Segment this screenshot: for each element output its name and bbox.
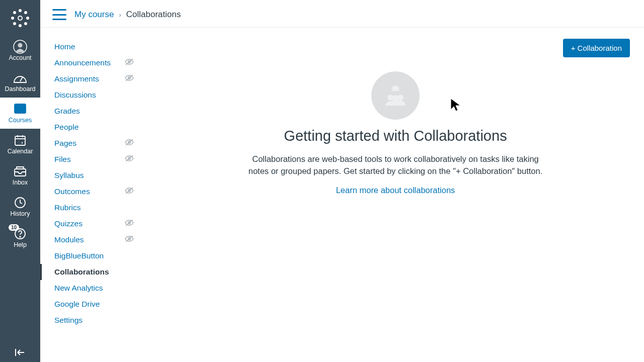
course-nav-item[interactable]: Quizzes bbox=[40, 216, 141, 232]
course-nav-link[interactable]: Home bbox=[54, 42, 75, 51]
course-nav-link[interactable]: Collaborations bbox=[54, 267, 109, 277]
chevron-right-icon: › bbox=[119, 11, 121, 19]
empty-state: Getting started with Collaborations Coll… bbox=[214, 71, 577, 195]
course-nav-link[interactable]: Announcements bbox=[54, 58, 111, 67]
course-nav-link[interactable]: Rubrics bbox=[54, 203, 81, 212]
course-nav-item[interactable]: Settings bbox=[40, 312, 141, 328]
course-nav-link[interactable]: Outcomes bbox=[54, 187, 90, 196]
user-avatar-icon bbox=[13, 39, 27, 54]
course-nav-link[interactable]: Settings bbox=[54, 316, 83, 325]
course-nav-item[interactable]: Files bbox=[40, 151, 141, 167]
breadcrumb-current: Collaborations bbox=[126, 10, 181, 20]
course-nav-link[interactable]: BigBlueButton bbox=[54, 251, 104, 260]
hidden-eye-icon bbox=[125, 58, 134, 67]
calendar-icon bbox=[14, 133, 26, 148]
nav-label: Dashboard bbox=[5, 85, 35, 93]
course-nav-item[interactable]: Discussions bbox=[40, 87, 141, 103]
global-nav-history[interactable]: History bbox=[0, 191, 40, 222]
course-nav-item[interactable]: Collaborations bbox=[40, 264, 141, 280]
nav-label: Calendar bbox=[8, 148, 33, 155]
course-nav-item[interactable]: Home bbox=[40, 39, 141, 55]
action-bar: + Collaboration bbox=[161, 39, 630, 57]
course-nav-link[interactable]: New Analytics bbox=[54, 284, 103, 293]
course-nav-item[interactable]: People bbox=[40, 119, 141, 135]
help-badge: 10 bbox=[9, 224, 19, 231]
course-nav-item[interactable]: Modules bbox=[40, 232, 141, 248]
course-menu-toggle[interactable] bbox=[52, 9, 66, 20]
breadcrumb-row: My course › Collaborations bbox=[40, 0, 644, 28]
svg-point-3 bbox=[26, 17, 29, 20]
course-nav-item[interactable]: Assignments bbox=[40, 71, 141, 87]
svg-point-8 bbox=[18, 16, 22, 20]
nav-label: Courses bbox=[9, 117, 32, 124]
course-nav-link[interactable]: Modules bbox=[54, 235, 84, 244]
svg-point-2 bbox=[11, 17, 14, 20]
course-nav-item[interactable]: Pages bbox=[40, 135, 141, 151]
global-nav-dashboard[interactable]: Dashboard bbox=[0, 66, 40, 98]
svg-point-5 bbox=[24, 11, 27, 14]
global-nav-calendar[interactable]: Calendar bbox=[0, 129, 40, 160]
hidden-eye-icon bbox=[125, 155, 134, 164]
course-nav-link[interactable]: Files bbox=[54, 155, 71, 164]
hidden-eye-icon bbox=[125, 187, 134, 196]
course-nav-item[interactable]: Outcomes bbox=[40, 184, 141, 200]
course-nav-item[interactable]: Announcements bbox=[40, 55, 141, 71]
svg-point-4 bbox=[13, 11, 16, 14]
course-nav-link[interactable]: People bbox=[54, 123, 78, 132]
course-nav-item[interactable]: BigBlueButton bbox=[40, 248, 141, 264]
hidden-eye-icon bbox=[125, 139, 134, 148]
svg-point-7 bbox=[24, 22, 27, 25]
global-nav: Account Dashboard Courses Calendar Inbox… bbox=[0, 0, 40, 362]
nav-label: Account bbox=[9, 54, 31, 61]
collaboration-empty-icon bbox=[371, 71, 420, 120]
collapse-nav-button[interactable] bbox=[0, 345, 40, 360]
course-nav-link[interactable]: Google Drive bbox=[54, 300, 100, 309]
course-nav-link[interactable]: Assignments bbox=[54, 74, 99, 83]
course-nav-link[interactable]: Grades bbox=[54, 107, 80, 116]
course-nav-link[interactable]: Syllabus bbox=[54, 171, 84, 180]
clock-icon bbox=[14, 195, 26, 210]
course-nav-link[interactable]: Pages bbox=[54, 139, 76, 148]
breadcrumb: My course › Collaborations bbox=[74, 10, 181, 20]
course-nav-item[interactable]: Google Drive bbox=[40, 296, 141, 312]
breadcrumb-course-link[interactable]: My course bbox=[74, 10, 114, 20]
main-area: My course › Collaborations HomeAnnouncem… bbox=[40, 0, 644, 362]
empty-body: Collaborations are web-based tools to wo… bbox=[245, 153, 546, 177]
inbox-icon bbox=[14, 164, 27, 179]
course-nav-item[interactable]: New Analytics bbox=[40, 280, 141, 296]
course-nav-link[interactable]: Quizzes bbox=[54, 219, 83, 228]
course-nav: HomeAnnouncementsAssignmentsDiscussionsG… bbox=[40, 28, 141, 362]
help-icon: 10 bbox=[14, 226, 26, 241]
svg-point-1 bbox=[19, 24, 22, 27]
global-nav-inbox[interactable]: Inbox bbox=[0, 160, 40, 191]
svg-rect-28 bbox=[15, 169, 26, 176]
course-nav-item[interactable]: Grades bbox=[40, 103, 141, 119]
hidden-eye-icon bbox=[125, 74, 134, 83]
book-icon bbox=[14, 102, 27, 117]
svg-point-49 bbox=[397, 95, 404, 101]
global-nav-courses[interactable]: Courses bbox=[0, 98, 40, 129]
global-nav-help[interactable]: 10 Help bbox=[0, 222, 40, 253]
learn-more-link[interactable]: Learn more about collaborations bbox=[336, 186, 455, 195]
svg-rect-18 bbox=[15, 136, 25, 145]
dashboard-icon bbox=[13, 70, 27, 85]
hidden-eye-icon bbox=[125, 235, 134, 244]
course-nav-item[interactable]: Syllabus bbox=[40, 167, 141, 184]
course-nav-link[interactable]: Discussions bbox=[54, 90, 96, 100]
hidden-eye-icon bbox=[125, 219, 134, 228]
svg-point-6 bbox=[13, 22, 16, 25]
svg-point-0 bbox=[19, 9, 22, 12]
nav-label: Inbox bbox=[13, 179, 28, 186]
add-collaboration-button[interactable]: + Collaboration bbox=[563, 39, 630, 57]
nav-label: Help bbox=[14, 241, 27, 248]
empty-title: Getting started with Collaborations bbox=[284, 128, 507, 144]
svg-line-11 bbox=[20, 77, 23, 81]
nav-label: History bbox=[11, 210, 30, 217]
svg-point-10 bbox=[18, 43, 23, 48]
canvas-logo-icon[interactable] bbox=[9, 7, 31, 29]
page-body: + Collaboration Getting started with Col… bbox=[141, 28, 644, 362]
global-nav-account[interactable]: Account bbox=[0, 35, 40, 66]
course-nav-item[interactable]: Rubrics bbox=[40, 200, 141, 216]
svg-point-31 bbox=[20, 236, 21, 237]
